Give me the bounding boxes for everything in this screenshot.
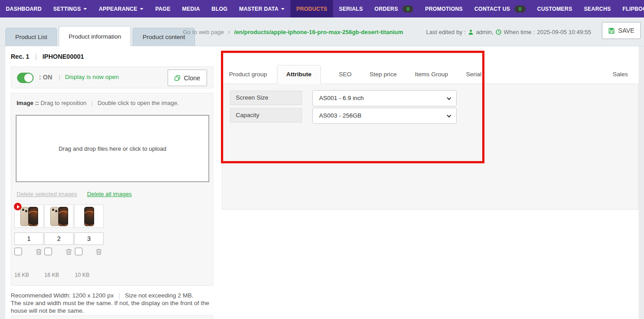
tab-seo[interactable]: SEO	[339, 66, 352, 83]
nav-products[interactable]: PRODUCTS	[290, 0, 333, 17]
image-requirements-note: Recommended Width: 1200 x 1200 px | Size…	[11, 292, 215, 315]
nav-label: MEDIA	[182, 6, 200, 12]
nav-blog[interactable]: BLOG	[206, 0, 233, 17]
header-bar: Product List Product information Product…	[0, 17, 644, 46]
save-button[interactable]: SAVE	[602, 22, 641, 39]
display-toggle[interactable]	[17, 73, 34, 83]
attribute-tabs: Product group Attribute SEO Step price I…	[222, 65, 639, 83]
next-section-edge	[11, 315, 213, 319]
product-url-link[interactable]: /en/products/apple-iphone-16-pro-max-256…	[234, 29, 403, 35]
tab-attribute[interactable]: Attribute	[277, 65, 321, 84]
chevron-down-icon	[447, 113, 451, 118]
nav-searchs[interactable]: SEARCHS	[578, 0, 617, 17]
nav-label: APPEARANCE	[99, 6, 137, 12]
when-time-label: When time :	[504, 29, 535, 35]
nav-media[interactable]: MEDIA	[176, 0, 206, 17]
record-header: Rec. 1 | IPHONE00001	[11, 53, 84, 60]
thumbnail-2[interactable]	[44, 205, 73, 228]
record-sku: IPHONE00001	[43, 53, 84, 60]
orders-count-badge: 0	[402, 5, 413, 13]
tab-items-group[interactable]: Items Group	[415, 66, 448, 83]
save-label: SAVE	[618, 27, 634, 34]
attribute-label-capacity: Capacity	[230, 108, 302, 122]
display-status-message: Display is now open	[65, 74, 119, 80]
last-edited-label: Last edited by :	[426, 29, 466, 35]
nav-appearance[interactable]: APPEARANCE	[93, 0, 149, 17]
nav-label: SETTINGS	[53, 6, 81, 12]
thumbnail-3[interactable]	[74, 205, 104, 228]
nav-label: PAGE	[155, 6, 170, 12]
nav-page[interactable]: PAGE	[149, 0, 176, 17]
nav-label: MASTER DATA	[239, 6, 279, 12]
order-input-1[interactable]	[14, 232, 43, 245]
screen-size-select[interactable]: AS001 - 6.9 inch	[312, 90, 457, 106]
nav-promotions[interactable]: PROMOTIONS	[419, 0, 468, 17]
file-size-1: 16 KB	[14, 272, 29, 278]
attributes-panel: Product group Attribute SEO Step price I…	[222, 46, 639, 257]
tab-product-group[interactable]: Product group	[229, 66, 267, 83]
chevron-down-icon	[447, 96, 451, 100]
top-navbar: DASHBOARD SETTINGS APPEARANCE PAGE MEDIA…	[0, 0, 644, 17]
nav-serials[interactable]: SERIALS	[333, 0, 368, 17]
order-input-2[interactable]	[44, 232, 73, 245]
note-separator: |	[118, 292, 120, 299]
image-action-row	[14, 248, 131, 257]
file-size-2: 16 KB	[44, 272, 59, 278]
thumbnail-1[interactable]	[14, 205, 43, 228]
tab-step-price[interactable]: Step price	[370, 66, 397, 83]
breadcrumb-separator: ›	[228, 28, 230, 35]
nav-customers[interactable]: CUSTOMERS	[532, 0, 578, 17]
tab-sales[interactable]: Sales	[613, 66, 628, 83]
nav-label: SEARCHS	[584, 6, 611, 12]
caret-down-icon	[281, 8, 285, 10]
select-image-checkbox-1[interactable]	[14, 248, 22, 255]
trash-icon[interactable]	[65, 248, 72, 255]
nav-master-data[interactable]: MASTER DATA	[233, 0, 291, 17]
capacity-select[interactable]: AS003 - 256GB	[312, 108, 457, 124]
clone-icon	[174, 75, 181, 81]
tab-product-information[interactable]: Product information	[59, 26, 131, 46]
dropzone-text: Drag and drop files here or click to upl…	[59, 145, 167, 152]
page-tabs: Product List Product information Product…	[5, 26, 195, 46]
nav-dashboard[interactable]: DASHBOARD	[0, 0, 48, 17]
main-content: Rec. 1 | IPHONE00001 : ON | Display is n…	[5, 46, 639, 319]
nav-contact-us[interactable]: CONTACT US0	[469, 0, 532, 17]
caret-down-icon	[140, 8, 143, 10]
clock-icon	[496, 29, 501, 35]
capacity-value: AS003 - 256GB	[319, 112, 362, 119]
nav-flipbook[interactable]: FLIPBOOK	[617, 0, 644, 17]
clone-button[interactable]: Clone	[168, 70, 207, 86]
tab-serial[interactable]: Serial	[466, 66, 482, 83]
file-size-3: 10 KB	[75, 272, 90, 278]
image-section-title: Image ::	[17, 100, 39, 106]
nav-label: FLIPBOOK	[622, 6, 644, 12]
order-input-3[interactable]	[74, 232, 104, 245]
delete-selected-link[interactable]: Delete selected images	[17, 191, 77, 197]
toggle-state-label: : ON	[39, 74, 52, 81]
status-panel: : ON | Display is now open Clone	[11, 66, 213, 88]
delete-all-link[interactable]: Delete all images	[87, 191, 132, 197]
last-edited-user: admin,	[476, 29, 493, 35]
nav-label: BLOG	[212, 6, 227, 12]
person-icon	[468, 29, 474, 35]
hint-separator: |	[91, 100, 93, 106]
select-image-checkbox-3[interactable]	[75, 248, 82, 255]
phone-front-graphic	[58, 207, 68, 226]
phone-front-graphic	[84, 207, 94, 226]
trash-icon[interactable]	[35, 248, 42, 255]
note-max-size: Size not exceeding 2 MB.	[125, 292, 194, 299]
select-image-checkbox-2[interactable]	[44, 248, 52, 255]
thumbnail-image	[79, 206, 99, 227]
thumbnail-image	[49, 206, 69, 227]
status-separator: |	[59, 74, 60, 80]
tab-product-list[interactable]: Product List	[5, 28, 57, 46]
video-play-badge-icon	[14, 203, 22, 210]
screen-size-value: AS001 - 6.9 inch	[319, 95, 364, 101]
thumbnail-image	[19, 206, 39, 227]
nav-orders[interactable]: ORDERS0	[369, 0, 419, 17]
nav-settings[interactable]: SETTINGS	[48, 0, 93, 17]
trash-icon[interactable]	[95, 248, 102, 255]
contact-count-badge: 0	[514, 5, 525, 13]
file-dropzone[interactable]: Drag and drop files here or click to upl…	[16, 115, 209, 182]
clone-label: Clone	[184, 74, 200, 82]
